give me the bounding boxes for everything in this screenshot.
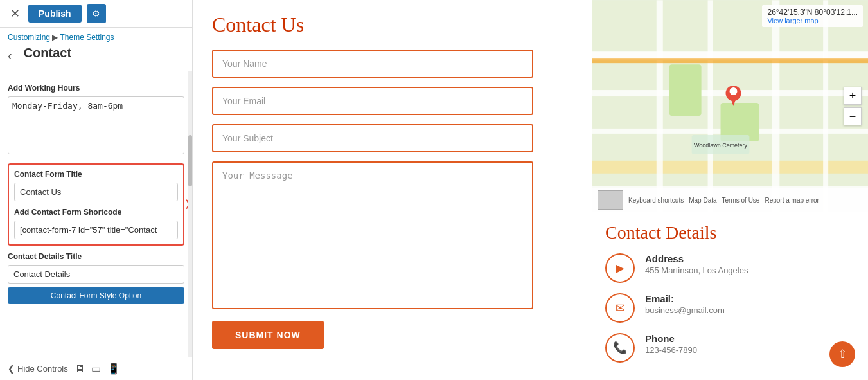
email-label: Email:: [645, 293, 725, 304]
contact-form-title-input[interactable]: [14, 183, 178, 201]
contact-form-title-display: Contact Us: [212, 13, 533, 37]
map-container: Woodlawn Cemetery 26°42'15.3"N 80°03'12.…: [592, 0, 868, 212]
map-thumbnail: [598, 190, 623, 210]
phone-label: Phone: [645, 333, 697, 344]
scrollbar-thumb[interactable]: [188, 135, 192, 186]
name-input[interactable]: [212, 50, 533, 78]
map-data-label: Map Data: [689, 197, 716, 204]
address-label: Address: [645, 253, 748, 264]
map-zoom-out-button[interactable]: −: [844, 107, 862, 125]
contact-form-shortcode-input[interactable]: [14, 221, 178, 239]
svg-rect-8: [823, 0, 828, 212]
theme-settings-link[interactable]: Theme Settings: [60, 33, 114, 42]
contact-form-highlighted-section: Contact Form Title Add Contact Form Shor…: [8, 163, 184, 246]
address-info: Address 455 Martinson, Los Angeles: [645, 253, 748, 275]
navigation-icon: ▶: [616, 261, 624, 275]
address-row: ▶ Address 455 Martinson, Los Angeles: [605, 253, 855, 283]
keyboard-shortcuts-label[interactable]: Keyboard shortcuts: [628, 197, 684, 204]
left-panel: ✕ Publish ⚙ Customizing ▶ Theme Settings…: [0, 0, 193, 380]
submit-button[interactable]: SUBMIT NOW: [212, 321, 324, 349]
contact-form-title-label: Contact Form Title: [14, 170, 178, 179]
right-panel: Woodlawn Cemetery 26°42'15.3"N 80°03'12.…: [592, 0, 868, 380]
mobile-icon[interactable]: 📱: [107, 363, 120, 375]
hide-controls-label: Hide Controls: [17, 364, 68, 374]
customizing-link[interactable]: Customizing: [8, 33, 50, 42]
contact-form-area: Contact Us SUBMIT NOW: [193, 0, 592, 380]
phone-value: 123-456-7890: [645, 345, 697, 355]
phone-info: Phone 123-456-7890: [645, 333, 697, 355]
top-bar: ✕ Publish ⚙: [0, 0, 192, 28]
chevron-left-icon: ❮: [8, 364, 15, 374]
back-button[interactable]: ‹: [4, 48, 16, 63]
contact-form-wrapper: Contact Us SUBMIT NOW: [212, 13, 533, 349]
phone-row: 📞 Phone 123-456-7890: [605, 333, 855, 363]
svg-rect-7: [772, 0, 779, 212]
map-footer: Keyboard shortcuts Map Data Terms of Use…: [592, 188, 868, 212]
svg-text:Woodlawn Cemetery: Woodlawn Cemetery: [694, 142, 748, 149]
bottom-bar: ❮ Hide Controls 🖥 ▭ 📱: [0, 357, 192, 380]
left-panel-body: Add Working Hours Monday-Friday, 8am-6pm…: [0, 71, 192, 357]
phone-icon-circle: 📞: [605, 333, 635, 363]
svg-point-14: [730, 87, 738, 95]
contact-details-title-label: Contact Details Title: [8, 252, 184, 261]
svg-rect-5: [657, 0, 663, 212]
scroll-top-button[interactable]: ⇧: [829, 341, 855, 367]
contact-details-section: Contact Details ▶ Address 455 Martinson,…: [592, 212, 868, 380]
contact-form-shortcode-label: Add Contact Form Shortcode: [14, 208, 178, 217]
terms-of-use-label[interactable]: Terms of Use: [722, 197, 760, 204]
envelope-icon: ✉: [616, 301, 625, 315]
scrollbar-track: [188, 71, 192, 357]
hide-controls-button[interactable]: ❮ Hide Controls: [8, 364, 68, 374]
message-textarea[interactable]: [212, 161, 533, 309]
email-icon-circle: ✉: [605, 293, 635, 323]
svg-rect-6: [708, 0, 713, 212]
close-button[interactable]: ✕: [6, 5, 23, 22]
address-value: 455 Martinson, Los Angeles: [645, 266, 748, 275]
contact-details-title-display: Contact Details: [605, 222, 855, 243]
panel-title: Contact: [16, 44, 79, 67]
gear-button[interactable]: ⚙: [87, 4, 106, 23]
subject-input[interactable]: [212, 124, 533, 152]
report-map-error-label[interactable]: Report a map error: [765, 197, 819, 204]
desktop-icon[interactable]: 🖥: [75, 363, 85, 375]
svg-rect-11: [592, 58, 868, 63]
working-hours-label: Add Working Hours: [8, 84, 184, 93]
svg-rect-9: [669, 64, 702, 116]
address-icon-circle: ▶: [605, 253, 635, 283]
email-info: Email: business@gmail.com: [645, 293, 725, 315]
email-row: ✉ Email: business@gmail.com: [605, 293, 855, 323]
map-zoom-in-button[interactable]: +: [844, 87, 862, 105]
contact-form-style-button[interactable]: Contact Form Style Option: [8, 287, 184, 304]
contact-details-title-input[interactable]: [8, 265, 184, 284]
phone-icon: 📞: [613, 341, 627, 355]
email-input[interactable]: [212, 87, 533, 115]
tablet-icon[interactable]: ▭: [91, 363, 101, 375]
main-content: Contact Us SUBMIT NOW: [193, 0, 592, 380]
publish-button[interactable]: Publish: [28, 5, 82, 23]
email-value: business@gmail.com: [645, 305, 725, 315]
working-hours-textarea[interactable]: Monday-Friday, 8am-6pm: [8, 96, 184, 154]
map-coords: 26°42'15.3"N 80°03'12.1... View larger m…: [762, 5, 863, 27]
view-larger-map-link[interactable]: View larger map: [767, 17, 858, 24]
map-svg: Woodlawn Cemetery: [592, 0, 868, 212]
breadcrumb: Customizing ▶ Theme Settings: [0, 28, 192, 44]
